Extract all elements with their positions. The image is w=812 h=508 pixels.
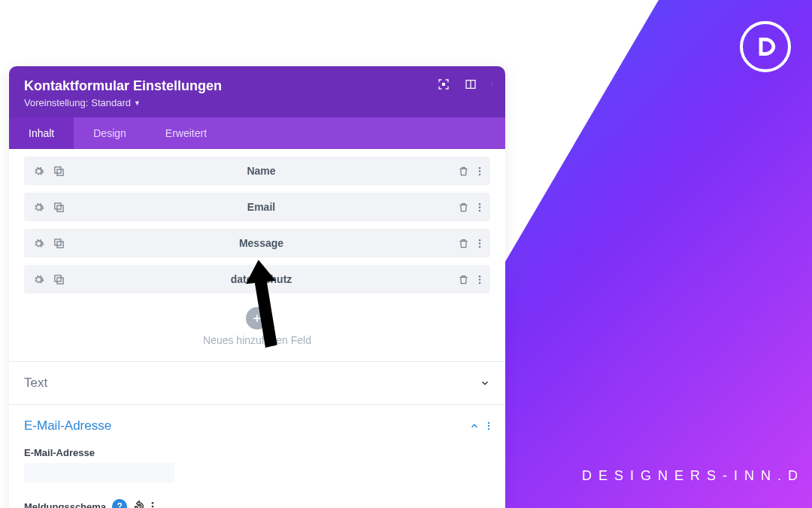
- tab-inhalt[interactable]: Inhalt: [9, 117, 74, 149]
- svg-point-15: [479, 209, 481, 211]
- svg-point-20: [479, 245, 481, 248]
- svg-point-8: [479, 166, 481, 169]
- chevron-down-icon: [480, 378, 490, 388]
- add-field-area: Neues hinzufügen Feld: [24, 301, 490, 361]
- svg-rect-11: [55, 202, 61, 208]
- panel-header: Kontaktformular Einstellungen Voreinstel…: [9, 66, 505, 117]
- letter-d-icon: [752, 33, 779, 60]
- svg-point-18: [479, 239, 481, 241]
- field-row[interactable]: Name: [24, 157, 490, 185]
- plus-icon: [252, 313, 262, 324]
- meldung-label: Meldungsschema: [24, 501, 106, 509]
- more-vertical-icon[interactable]: [478, 274, 481, 285]
- svg-point-29: [152, 502, 154, 504]
- svg-rect-6: [55, 166, 61, 172]
- help-icon[interactable]: ?: [112, 499, 127, 508]
- svg-point-24: [479, 278, 481, 281]
- preset-dropdown[interactable]: Voreinstellung: Standard ▼: [24, 97, 490, 108]
- chevron-up-icon: [469, 421, 480, 431]
- focus-icon[interactable]: [438, 78, 450, 90]
- svg-rect-12: [57, 205, 63, 211]
- caret-down-icon: ▼: [134, 99, 141, 107]
- preset-prefix: Voreinstellung:: [24, 97, 88, 108]
- svg-point-26: [488, 422, 489, 424]
- email-field-label: E-Mail-Adresse: [24, 447, 490, 458]
- duplicate-icon[interactable]: [53, 238, 65, 249]
- gear-icon[interactable]: [33, 202, 44, 213]
- field-label: Message: [65, 237, 458, 249]
- svg-point-25: [479, 281, 481, 284]
- section-text[interactable]: Text: [9, 361, 505, 404]
- more-vertical-icon[interactable]: [478, 238, 481, 249]
- svg-point-10: [479, 173, 481, 175]
- tab-bar: Inhalt Design Erweitert: [9, 117, 505, 149]
- section-text-title: Text: [24, 376, 47, 391]
- email-input[interactable]: [24, 463, 174, 482]
- svg-point-5: [492, 85, 492, 86]
- field-label: Email: [65, 201, 458, 213]
- settings-panel: Kontaktformular Einstellungen Voreinstel…: [9, 66, 505, 508]
- svg-point-30: [152, 506, 154, 508]
- svg-point-14: [479, 206, 481, 208]
- svg-rect-17: [57, 242, 63, 248]
- more-vertical-icon[interactable]: [478, 202, 481, 213]
- gear-icon[interactable]: [33, 274, 44, 285]
- meldung-row: Meldungsschema ?: [9, 493, 505, 508]
- preset-value: Standard: [91, 97, 131, 108]
- more-vertical-icon[interactable]: [487, 421, 490, 431]
- svg-rect-21: [55, 275, 61, 281]
- field-row[interactable]: Email: [24, 193, 490, 221]
- reset-icon[interactable]: [133, 500, 145, 508]
- email-body: E-Mail-Adresse: [9, 447, 505, 493]
- svg-rect-0: [442, 83, 445, 86]
- field-row[interactable]: datenschutz: [24, 265, 490, 294]
- brand-logo: [740, 21, 791, 72]
- more-vertical-icon[interactable]: [492, 78, 495, 90]
- svg-point-4: [492, 84, 492, 85]
- svg-rect-22: [57, 278, 63, 284]
- columns-icon[interactable]: [465, 78, 477, 90]
- svg-point-3: [492, 83, 492, 84]
- section-email[interactable]: E-Mail-Adresse: [9, 404, 505, 447]
- field-label: Name: [65, 165, 458, 177]
- duplicate-icon[interactable]: [53, 274, 65, 285]
- svg-point-9: [479, 170, 481, 172]
- trash-icon[interactable]: [458, 274, 469, 285]
- svg-rect-16: [55, 239, 61, 245]
- svg-point-27: [488, 425, 489, 427]
- field-label: datenschutz: [65, 273, 458, 285]
- duplicate-icon[interactable]: [53, 166, 65, 177]
- duplicate-icon[interactable]: [53, 202, 65, 213]
- more-vertical-icon[interactable]: [478, 166, 481, 177]
- svg-rect-7: [57, 169, 63, 175]
- section-email-title: E-Mail-Adresse: [24, 418, 111, 433]
- brand-site-text: DESIGNERS-INN.D: [582, 468, 804, 484]
- svg-point-28: [488, 428, 489, 430]
- svg-point-13: [479, 202, 481, 205]
- more-vertical-icon[interactable]: [151, 500, 154, 508]
- svg-point-19: [479, 242, 481, 245]
- tab-design[interactable]: Design: [74, 117, 146, 149]
- trash-icon[interactable]: [458, 202, 469, 213]
- field-row[interactable]: Message: [24, 229, 490, 257]
- trash-icon[interactable]: [458, 238, 469, 249]
- svg-point-23: [479, 275, 481, 277]
- add-label: Neues hinzufügen Feld: [24, 334, 490, 346]
- gear-icon[interactable]: [33, 238, 44, 249]
- fields-list: Name Email Message: [9, 149, 505, 361]
- trash-icon[interactable]: [458, 166, 469, 177]
- tab-erweitert[interactable]: Erweitert: [146, 117, 226, 149]
- gear-icon[interactable]: [33, 166, 44, 177]
- add-button[interactable]: [246, 307, 268, 330]
- panel-title: Kontaktformular Einstellungen: [24, 78, 490, 94]
